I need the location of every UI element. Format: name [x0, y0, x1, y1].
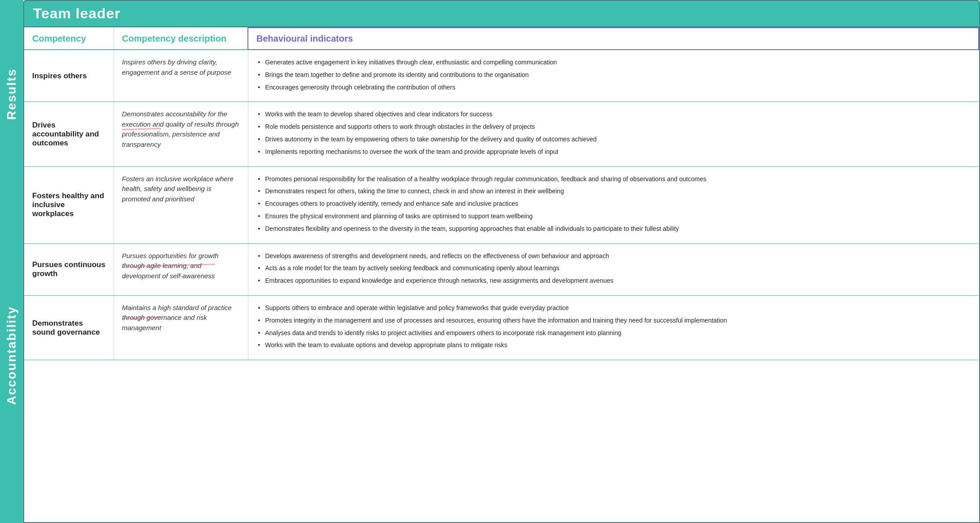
- description-text: Demonstrates accountability for the exec…: [122, 110, 239, 148]
- competency-cell: Inspires others: [24, 50, 114, 102]
- competency-cell: Fosters healthy and inclusive workplaces: [24, 166, 114, 243]
- indicator-item: Demonstrates respect for others, taking …: [256, 186, 971, 197]
- indicators-list: Works with the team to develop shared ob…: [256, 109, 971, 157]
- indicators-cell: Works with the team to develop shared ob…: [248, 102, 979, 166]
- indicators-cell: Develops awareness of strengths and deve…: [248, 243, 979, 295]
- indicator-item: Works with the team to evaluate options …: [256, 340, 971, 351]
- main-content: Team leader Competency Competency descri…: [23, 0, 980, 523]
- strikethrough-decoration: [122, 317, 161, 319]
- competency-cell: Demonstrates sound governance: [24, 295, 114, 360]
- description-cell: Inspires others by driving clarity, enga…: [114, 50, 248, 102]
- description-cell: Maintains a high standard of practice th…: [114, 295, 248, 360]
- indicators-cell: Promotes personal responsibility for the…: [248, 166, 979, 243]
- col-header-indicators: Behavioural indicators: [248, 28, 979, 50]
- page-wrapper: Results Accountability Team leader Compe…: [0, 0, 980, 523]
- description-cell: Demonstrates accountability for the exec…: [114, 102, 248, 166]
- indicator-item: Develops awareness of strengths and deve…: [256, 251, 971, 262]
- table-row: Inspires othersInspires others by drivin…: [24, 50, 979, 102]
- table-row: Pursues continuous growthPursues opportu…: [24, 243, 979, 295]
- indicator-item: Promotes personal responsibility for the…: [256, 174, 971, 185]
- col-header-description: Competency description: [114, 28, 248, 50]
- indicator-item: Generates active engagement in key initi…: [256, 57, 971, 68]
- strikethrough-decoration: [122, 128, 161, 130]
- col-header-competency: Competency: [24, 28, 114, 50]
- page-title: Team leader: [33, 5, 120, 21]
- strikethrough-decoration: [122, 264, 215, 268]
- indicators-list: Supports others to embrace and operate w…: [256, 303, 971, 351]
- side-labels-column: Results Accountability: [0, 0, 23, 523]
- indicator-item: Promotes integrity in the management and…: [256, 315, 971, 326]
- indicator-item: Implements reporting mechanisms to overs…: [256, 147, 971, 157]
- competency-cell: Drives accountability and outcomes: [24, 102, 114, 166]
- indicator-item: Ensures the physical environment and pla…: [256, 211, 971, 222]
- indicator-item: Works with the team to develop shared ob…: [256, 109, 971, 120]
- indicator-item: Demonstrates flexibility and openness to…: [256, 224, 971, 234]
- side-label-accountability: Accountability: [0, 188, 23, 523]
- indicator-item: Supports others to embrace and operate w…: [256, 303, 971, 314]
- indicator-item: Analyses data and trends to identify ris…: [256, 328, 971, 339]
- description-cell: Fosters an inclusive workplace where hea…: [114, 166, 248, 243]
- indicator-item: Embraces opportunities to expand knowled…: [256, 276, 971, 286]
- table-wrapper: Competency Competency description Behavi…: [23, 27, 980, 523]
- competency-cell: Pursues continuous growth: [24, 243, 114, 295]
- table-row: Drives accountability and outcomesDemons…: [24, 102, 979, 166]
- table-header-row: Competency Competency description Behavi…: [24, 28, 979, 50]
- description-cell: Pursues opportunities for growth through…: [114, 243, 248, 295]
- table-row: Demonstrates sound governanceMaintains a…: [24, 295, 979, 360]
- side-label-results: Results: [0, 0, 23, 188]
- indicators-list: Promotes personal responsibility for the…: [256, 174, 971, 234]
- indicators-list: Develops awareness of strengths and deve…: [256, 251, 971, 286]
- indicator-item: Role models persistence and supports oth…: [256, 122, 971, 132]
- title-bar: Team leader: [23, 0, 980, 27]
- table-row: Fosters healthy and inclusive workplaces…: [24, 166, 979, 243]
- indicator-item: Encourages others to proactively identif…: [256, 199, 971, 209]
- indicator-item: Drives autonomy in the team by empowerin…: [256, 134, 971, 145]
- indicators-cell: Supports others to embrace and operate w…: [248, 295, 979, 360]
- indicator-item: Brings the team together to define and p…: [256, 70, 971, 81]
- indicators-cell: Generates active engagement in key initi…: [248, 50, 979, 102]
- description-text: Maintains a high standard of practice th…: [122, 304, 232, 332]
- description-text: Pursues opportunities for growth through…: [122, 252, 219, 280]
- indicators-list: Generates active engagement in key initi…: [256, 57, 971, 93]
- indicator-item: Acts as a role model for the team by act…: [256, 263, 971, 274]
- indicator-item: Encourages generosity through celebratin…: [256, 82, 971, 93]
- competency-table: Competency Competency description Behavi…: [24, 27, 979, 360]
